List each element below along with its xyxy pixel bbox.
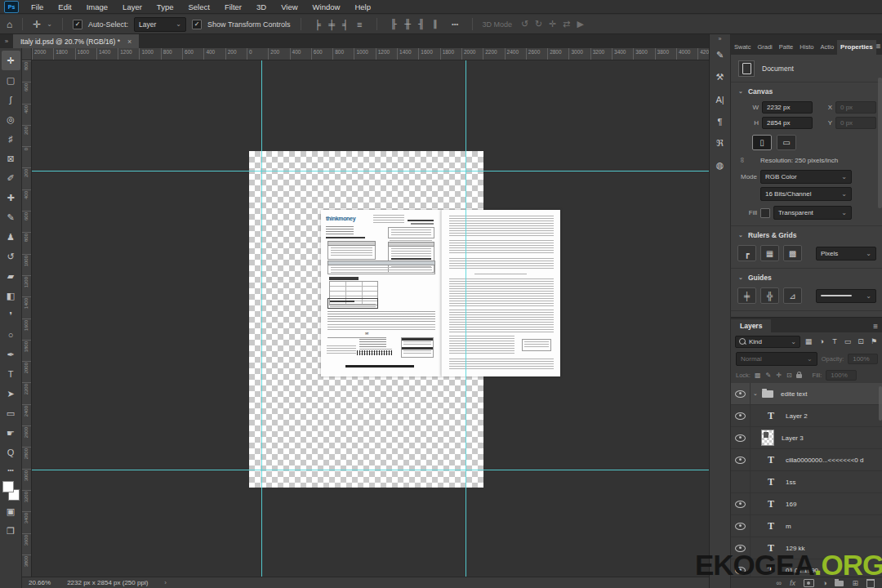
- bit-depth-dropdown[interactable]: 16 Bits/Channel⌄: [760, 187, 852, 201]
- menu-item[interactable]: Window: [305, 2, 348, 11]
- tool-button[interactable]: ✐: [2, 168, 20, 188]
- layer-row[interactable]: ⌄ T 169: [731, 493, 882, 515]
- guide-style-dropdown[interactable]: ⌄: [816, 289, 876, 303]
- landscape-orientation-button[interactable]: ▭: [777, 135, 796, 150]
- rulers-grids-section-header[interactable]: ⌄Rulers & Grids: [731, 226, 882, 243]
- canvas-area[interactable]: thinkmoney: [32, 60, 709, 577]
- layer-row[interactable]: ⌄ T edite text: [731, 383, 882, 405]
- layer-name[interactable]: cilla0000000...<<<<<<<0 d: [786, 457, 863, 464]
- layer-row[interactable]: ⌄ T 1ss: [731, 471, 882, 493]
- vertical-ruler[interactable]: 8006004002000200400600800100012001400160…: [22, 60, 32, 577]
- tool-button[interactable]: ♯: [2, 129, 20, 149]
- menu-item[interactable]: File: [24, 2, 51, 11]
- layer-row[interactable]: ⌄ T m: [731, 515, 882, 537]
- tool-button[interactable]: ʃ: [2, 90, 20, 109]
- layers-scrollbar[interactable]: [879, 386, 882, 421]
- tool-button[interactable]: T: [2, 364, 20, 384]
- tool-button[interactable]: Q: [2, 443, 20, 462]
- document-icon-box[interactable]: [738, 60, 755, 77]
- layer-name[interactable]: Layer 2: [786, 412, 808, 420]
- menu-item[interactable]: Edit: [51, 2, 78, 11]
- tool-button[interactable]: ♟: [2, 227, 20, 247]
- group-chevron-icon[interactable]: ⌄: [751, 390, 760, 397]
- mortgage-statement-page-1[interactable]: thinkmoney: [321, 210, 441, 376]
- menu-item[interactable]: 3D: [249, 2, 274, 11]
- align-icon[interactable]: ╡: [339, 20, 353, 29]
- panel-icon[interactable]: ¶: [710, 110, 730, 132]
- panel-menu-icon[interactable]: ≡: [876, 42, 882, 55]
- layer-filter-icon[interactable]: ⚑: [868, 337, 880, 345]
- color-swatches[interactable]: [1, 480, 20, 501]
- panel-tab[interactable]: Actio: [817, 40, 837, 55]
- tool-button[interactable]: ↺: [2, 247, 20, 266]
- horizontal-guide[interactable]: [32, 470, 709, 470]
- horizontal-ruler[interactable]: 2000180016001400120010008006004002000200…: [32, 48, 709, 60]
- ruler-corner[interactable]: [22, 48, 32, 60]
- layer-filter-icon[interactable]: ▦: [803, 337, 814, 345]
- layer-name[interactable]: m: [786, 523, 791, 530]
- auto-select-target-dropdown[interactable]: Layer⌄: [134, 17, 186, 32]
- guides-icon[interactable]: ╪: [737, 287, 756, 304]
- mortgage-statement-page-2[interactable]: [441, 210, 560, 376]
- distribute-icon[interactable]: ╢: [415, 19, 429, 29]
- menu-item[interactable]: Layer: [115, 2, 149, 11]
- quick-actions-section-header[interactable]: ⌄Quick Actions: [731, 311, 882, 318]
- screen-mode-button[interactable]: ❐: [2, 521, 20, 541]
- tool-button[interactable]: ▰: [2, 266, 20, 286]
- properties-scrollbar[interactable]: [878, 78, 882, 208]
- layer-filter-icon[interactable]: ◑: [816, 337, 827, 345]
- tool-button[interactable]: ✚: [2, 188, 20, 207]
- layer-filter-icon[interactable]: ▭: [842, 337, 853, 345]
- panel-icon[interactable]: ✎: [710, 44, 730, 66]
- layer-filter-icon[interactable]: ⊡: [855, 337, 866, 345]
- tool-button[interactable]: ✎: [2, 207, 20, 227]
- layer-filter-icon[interactable]: T: [829, 337, 840, 345]
- edit-toolbar-icon[interactable]: •••: [7, 462, 13, 477]
- layer-visibility-toggle[interactable]: [731, 449, 751, 470]
- menu-item[interactable]: Type: [149, 2, 181, 11]
- guides-icon[interactable]: ⊿: [783, 287, 802, 304]
- document-tab[interactable]: Italy id.psd @ 20.7% (RGB/16) * ×: [13, 34, 139, 48]
- link-dimensions-icon[interactable]: ∞: [738, 158, 746, 163]
- fill-dropdown[interactable]: Transparent⌄: [773, 206, 852, 220]
- expand-panels-icon[interactable]: »: [719, 34, 722, 44]
- layer-visibility-toggle[interactable]: [731, 515, 751, 537]
- status-chevron-icon[interactable]: ›: [164, 579, 167, 586]
- layer-name[interactable]: 1ss: [786, 479, 795, 486]
- layer-visibility-toggle[interactable]: [731, 383, 751, 404]
- align-icon[interactable]: ╪: [325, 20, 339, 29]
- tool-button[interactable]: ➤: [2, 384, 20, 403]
- layer-name[interactable]: 169: [786, 501, 796, 508]
- layer-visibility-toggle[interactable]: [731, 493, 751, 514]
- vertical-guide[interactable]: [466, 60, 466, 577]
- canvas-section-header[interactable]: ⌄ Canvas: [731, 82, 882, 100]
- layers-menu-icon[interactable]: ≡: [873, 322, 882, 332]
- close-icon[interactable]: ×: [127, 38, 131, 46]
- collapse-tools-icon[interactable]: »: [0, 38, 13, 48]
- layer-name[interactable]: Layer 3: [782, 434, 804, 442]
- panel-icon[interactable]: ℜ: [710, 132, 730, 154]
- canvas-height-field[interactable]: 2854 px: [762, 117, 813, 129]
- menu-item[interactable]: Filter: [217, 2, 249, 11]
- zoom-level[interactable]: 20.66%: [29, 579, 51, 586]
- layer-visibility-toggle[interactable]: [731, 427, 751, 448]
- color-mode-dropdown[interactable]: RGB Color⌄: [760, 170, 852, 184]
- guides-icon[interactable]: ╬: [760, 287, 779, 304]
- tool-button[interactable]: ⊠: [2, 149, 20, 168]
- align-icon[interactable]: ≡: [353, 20, 367, 29]
- more-options-icon[interactable]: •••: [448, 20, 462, 28]
- tool-button[interactable]: ☛: [2, 423, 20, 443]
- layer-filter-dropdown[interactable]: Kind ⌄: [735, 336, 800, 348]
- panel-tab[interactable]: Swatc: [731, 40, 754, 55]
- align-icon[interactable]: ╞: [311, 20, 325, 29]
- fill-checkbox[interactable]: [760, 208, 770, 218]
- rulers-grids-icon[interactable]: ▦: [760, 245, 779, 261]
- panel-tab[interactable]: Gradi: [754, 40, 775, 55]
- canvas-width-field[interactable]: 2232 px: [762, 101, 813, 114]
- chevron-down-icon[interactable]: ⌄: [47, 20, 52, 28]
- home-icon[interactable]: ⌂: [7, 19, 12, 30]
- distribute-icon[interactable]: ╟: [387, 19, 401, 29]
- layer-visibility-toggle[interactable]: [731, 405, 751, 426]
- panel-tab[interactable]: Histo: [796, 40, 817, 55]
- tool-button[interactable]: ○: [2, 325, 20, 345]
